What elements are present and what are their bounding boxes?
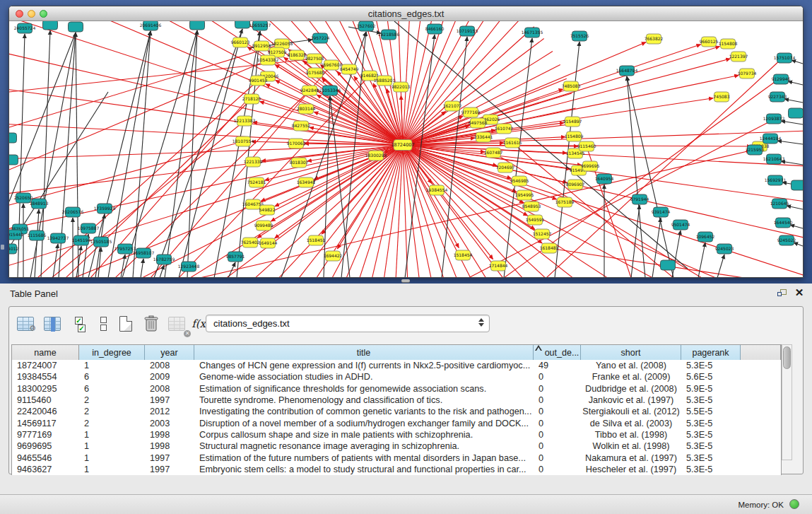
graph-node[interactable]: 1848913: [30, 199, 49, 209]
column-header-short[interactable]: short: [581, 345, 681, 360]
graph-node[interactable]: 24055724: [14, 23, 36, 33]
graph-node[interactable]: 9660125: [700, 37, 719, 47]
graph-node[interactable]: 9501474: [671, 220, 690, 230]
graph-node[interactable]: 7663822: [645, 34, 664, 44]
graph-node[interactable]: 16648794: [616, 66, 638, 76]
graph-node[interactable]: 1714844: [489, 261, 508, 271]
column-header-year[interactable]: year: [145, 345, 194, 360]
graph-node[interactable]: 16958107: [133, 248, 155, 258]
graph-node[interactable]: 1621072: [443, 101, 462, 111]
graph-node[interactable]: 1115686: [28, 230, 47, 240]
graph-node[interactable]: 549822: [259, 205, 276, 215]
graph-node[interactable]: 18107554: [233, 136, 254, 146]
graph-node[interactable]: [9, 155, 18, 165]
graph-node[interactable]: 2803144: [297, 104, 316, 114]
graph-node[interactable]: [9, 133, 17, 143]
graph-node[interactable]: 7957224: [311, 33, 330, 43]
graph-node[interactable]: 15751074: [774, 53, 796, 63]
column-header-pagerank[interactable]: pagerank: [681, 345, 741, 360]
graph-node[interactable]: [661, 260, 676, 270]
graph-node[interactable]: 9245023: [715, 244, 734, 254]
table-row[interactable]: 977716911998Corpus callosum shape and si…: [12, 429, 781, 440]
graph-node[interactable]: 1694422: [324, 251, 343, 261]
column-header-out_de[interactable]: out_de...: [534, 345, 581, 360]
graph-node[interactable]: 15692971: [765, 175, 787, 185]
graph-node[interactable]: 7485083: [562, 81, 581, 91]
graph-node[interactable]: 6791944: [630, 194, 649, 204]
graph-node[interactable]: 7524181: [247, 177, 266, 187]
graph-node[interactable]: [43, 21, 58, 30]
graph-node[interactable]: [190, 21, 205, 30]
graph-node[interactable]: 1154809: [565, 132, 584, 141]
graph-node[interactable]: 8427552: [292, 121, 311, 131]
graph-node[interactable]: 12505185: [90, 237, 112, 247]
table-mode-icon[interactable]: ⚙: [15, 313, 36, 334]
graph-node[interactable]: 1954995: [515, 190, 534, 200]
graph-node[interactable]: 745083: [714, 92, 730, 102]
graph-node[interactable]: 1527602: [357, 21, 376, 31]
graph-node[interactable]: 1210645: [770, 199, 789, 209]
collapsed-panel-marker[interactable]: [1, 245, 4, 250]
graph-node[interactable]: 8466160: [425, 24, 445, 34]
graph-node[interactable]: 9822013: [392, 82, 411, 92]
graph-node[interactable]: 1644540: [774, 218, 793, 228]
graph-node[interactable]: 9242848: [300, 86, 319, 95]
graph-node[interactable]: 1649144: [259, 238, 278, 248]
graph-node[interactable]: 9660123: [231, 37, 250, 47]
graph-node[interactable]: 9170063: [287, 139, 306, 148]
graph-node[interactable]: 9391474: [652, 207, 671, 217]
graph-node[interactable]: 9354012: [9, 244, 19, 254]
graph-node[interactable]: 1607487: [484, 148, 503, 158]
graph-node[interactable]: 13942737: [47, 233, 69, 243]
graph-node[interactable]: 9129946: [772, 74, 791, 84]
graph-node[interactable]: 8096907: [566, 180, 585, 189]
show-columns-icon[interactable]: [42, 313, 63, 334]
graph-node[interactable]: 1634941: [297, 177, 316, 187]
graph-node[interactable]: 9546985: [510, 176, 529, 186]
citation-network-graph[interactable]: 2405572420691406106552571527602846616010…: [9, 21, 803, 278]
table-row[interactable]: 1456911722003Disruption of a novel membe…: [12, 417, 781, 428]
graph-node[interactable]: 8454749: [340, 64, 359, 74]
graph-node[interactable]: 10543382: [257, 55, 279, 65]
graph-node[interactable]: 12213383: [234, 116, 256, 126]
table-row[interactable]: 969969511998Structural magnetic resonanc…: [12, 440, 781, 452]
graph-node[interactable]: 1549591: [526, 215, 545, 225]
graph-node[interactable]: 1096452: [696, 232, 715, 242]
window-titlebar[interactable]: citations_edges.txt: [9, 6, 803, 21]
graph-node[interactable]: 9901453: [249, 76, 268, 86]
row-height-icon[interactable]: [93, 313, 114, 334]
graph-node[interactable]: 17359928: [94, 204, 116, 214]
graph-node[interactable]: 1221397: [729, 52, 748, 62]
graph-node[interactable]: 1518454: [454, 250, 473, 260]
graph-node[interactable]: 1512457: [533, 229, 552, 239]
column-header-in_degree[interactable]: in_degree: [79, 345, 145, 360]
column-header-name[interactable]: name: [12, 345, 79, 360]
graph-node[interactable]: 9154897: [563, 117, 582, 127]
table-vertical-scrollbar[interactable]: [782, 344, 792, 460]
graph-node[interactable]: 12093872: [763, 114, 785, 124]
graph-node[interactable]: 9857791: [226, 252, 245, 262]
graph-node[interactable]: 8548953: [522, 201, 541, 211]
graph-node[interactable]: [69, 22, 83, 32]
graph-node[interactable]: 8186328: [288, 50, 307, 60]
network-window[interactable]: citations_edges.txt 24055724206914061065…: [8, 6, 804, 278]
delete-columns-icon[interactable]: [141, 313, 162, 334]
graph-node[interactable]: 2336441: [474, 132, 493, 142]
graph-node[interactable]: 1145194: [72, 235, 91, 245]
graph-node[interactable]: 10975887: [78, 223, 100, 233]
graph-node[interactable]: 7515526: [570, 31, 589, 41]
panel-divider-handle[interactable]: [401, 279, 410, 282]
graph-node[interactable]: 19218586: [378, 30, 400, 40]
table-row[interactable]: 1872400712008Changes of HCN gene express…: [12, 360, 781, 371]
graph-node[interactable]: 1640954: [595, 174, 614, 184]
table-row[interactable]: 946554611997Estimation of the future num…: [12, 452, 781, 463]
table-row[interactable]: 1830029562008Estimation of significance …: [12, 383, 781, 395]
graph-node[interactable]: 9099489: [254, 221, 273, 230]
delete-table-icon[interactable]: ✕: [166, 313, 187, 334]
graph-node[interactable]: 12444194: [760, 134, 782, 144]
graph-node[interactable]: 9245022: [777, 235, 796, 245]
graph-node[interactable]: 9227343: [768, 92, 787, 102]
graph-node[interactable]: 12923448: [178, 262, 200, 271]
graph-node[interactable]: 18724007: [391, 140, 414, 151]
column-header-title[interactable]: title: [194, 345, 534, 360]
